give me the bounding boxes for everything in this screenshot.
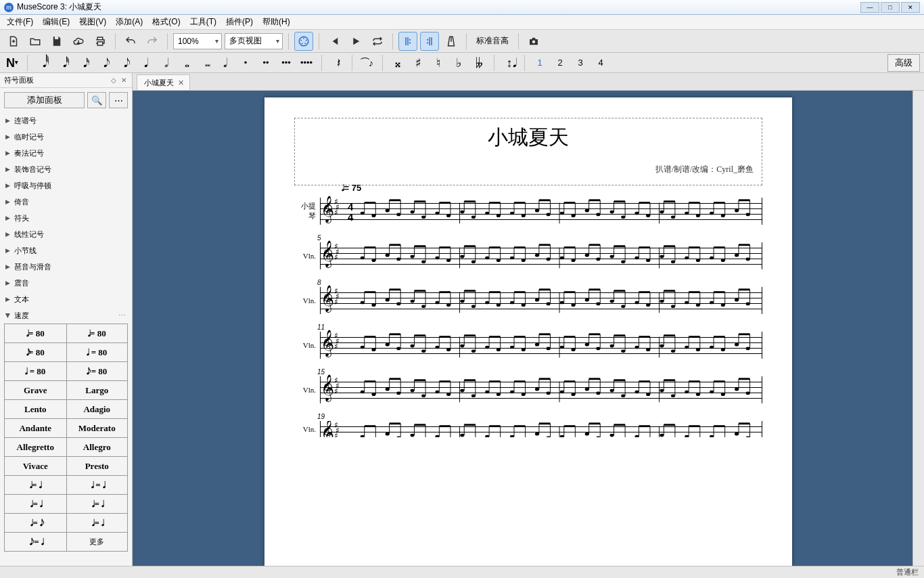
double-dot-button[interactable]: •• <box>258 55 274 71</box>
new-file-button[interactable] <box>4 32 23 51</box>
palette-item[interactable]: ▶符头 <box>0 210 132 226</box>
print-button[interactable] <box>91 32 110 51</box>
close-window-button[interactable]: ✕ <box>901 2 920 13</box>
rest-button[interactable]: 𝄽 <box>329 55 345 71</box>
score-title[interactable]: 小城夏天 <box>303 124 754 152</box>
palette-item[interactable]: ▶文本 <box>0 291 132 307</box>
staff-system[interactable]: Vln. 5 𝄞 ♯ ♯♯ <box>294 242 762 269</box>
repeat-in-button[interactable] <box>398 32 417 51</box>
triple-dot-button[interactable]: ••• <box>278 55 294 71</box>
tempo-cell[interactable]: 𝅘𝅥𝅮. = 80 <box>66 362 129 381</box>
palette-item[interactable]: ▶连谱号 <box>0 112 132 129</box>
rewind-button[interactable] <box>325 32 344 51</box>
advanced-button[interactable]: 高级 <box>887 54 920 72</box>
menu-format[interactable]: 格式(O) <box>148 15 184 29</box>
tempo-cell-more[interactable]: 更多 <box>66 533 129 552</box>
tempo-cell[interactable]: 𝅘𝅥 = 𝅘𝅥 <box>66 514 129 533</box>
metronome-button[interactable] <box>442 32 461 51</box>
palette-undock-icon[interactable]: ◇ ✕ <box>111 76 128 84</box>
add-palette-button[interactable]: 添加面板 <box>4 92 85 108</box>
palette-more-button[interactable]: ⋯ <box>109 92 128 108</box>
double-flat-icon[interactable]: 𝄫 <box>471 55 487 71</box>
tempo-cell[interactable]: 𝅘𝅥𝅮. = 𝅘𝅥 <box>4 533 66 552</box>
score-subtitle[interactable]: 扒谱/制谱/改编：Cyril_磨鱼 <box>303 164 754 175</box>
minimize-button[interactable]: — <box>860 2 879 13</box>
menu-plugins[interactable]: 插件(P) <box>222 15 257 29</box>
tempo-cell[interactable]: Allegro <box>66 438 129 457</box>
note-breve[interactable]: 𝅜 <box>197 55 213 71</box>
undo-button[interactable] <box>121 32 140 51</box>
tempo-cell[interactable]: 𝅘𝅥 = 𝅘𝅥 <box>4 495 66 514</box>
tempo-cell[interactable]: 𝅘𝅥. = 80 <box>4 362 66 381</box>
palette-item[interactable]: ▶奏法记号 <box>0 145 132 161</box>
cloud-button[interactable] <box>69 32 88 51</box>
menu-edit[interactable]: 编辑(E) <box>39 15 74 29</box>
note-whole[interactable]: 𝅝 <box>177 55 193 71</box>
natural-icon[interactable]: ♮ <box>430 55 446 71</box>
menu-view[interactable]: 视图(V) <box>75 15 110 29</box>
palette-item-tempo[interactable]: ▶速度⋯ <box>0 307 132 324</box>
voice-4[interactable]: 4 <box>593 55 609 71</box>
note-quarter[interactable]: 𝅘𝅥 <box>136 55 152 71</box>
flip-stem-button[interactable]: ↕𝅘𝅥 <box>501 55 517 71</box>
tempo-cell[interactable]: Moderato <box>66 419 129 438</box>
tempo-cell[interactable]: Presto <box>66 457 129 476</box>
menu-file[interactable]: 文件(F) <box>3 15 37 29</box>
tempo-cell[interactable]: Andante <box>4 419 66 438</box>
tempo-cell[interactable]: 𝅗𝅥. = 80 <box>66 343 129 362</box>
redo-button[interactable] <box>143 32 162 51</box>
title-frame[interactable]: 小城夏天 扒谱/制谱/改编：Cyril_磨鱼 <box>294 118 762 185</box>
score-canvas[interactable]: 小城夏天 扒谱/制谱/改编：Cyril_磨鱼 小提琴 𝅘𝅥 = 75 𝄞 ♯ ♯… <box>133 91 924 566</box>
palette-item[interactable]: ▶临时记号 <box>0 129 132 145</box>
tempo-cell[interactable]: Allegretto <box>4 438 66 457</box>
note-8th[interactable]: 𝅘𝅥𝅮 <box>95 55 112 71</box>
staff-system[interactable]: Vln. 15 𝄞 ♯ ♯♯ <box>294 376 762 403</box>
note-32nd[interactable]: 𝅘𝅥𝅰 <box>55 55 71 71</box>
menu-help[interactable]: 帮助(H) <box>258 15 294 29</box>
staff-system[interactable]: Vln. 8 𝄞 ♯ ♯♯ <box>294 287 762 314</box>
voice-3[interactable]: 3 <box>572 55 588 71</box>
tempo-cell[interactable]: 𝅘𝅥 = 80 <box>66 324 129 343</box>
tempo-cell[interactable]: Vivace <box>4 457 66 476</box>
voice-2[interactable]: 2 <box>552 55 568 71</box>
tempo-mark[interactable]: 𝅘𝅥 = 75 <box>342 183 361 194</box>
palette-item[interactable]: ▶倚音 <box>0 194 132 210</box>
voice-1[interactable]: 1 <box>532 55 548 71</box>
staff-system[interactable]: Vln. 19 𝄞 ♯ ♯♯ <box>294 421 762 437</box>
menu-tools[interactable]: 工具(T) <box>186 15 221 29</box>
palette-item[interactable]: ▶震音 <box>0 275 132 291</box>
loop-button[interactable] <box>368 32 387 51</box>
tempo-cell[interactable]: 𝅘𝅥 = 𝅘𝅥 <box>66 495 129 514</box>
tempo-cell[interactable]: Grave <box>4 381 66 400</box>
palette-item[interactable]: ▶琶音与滑音 <box>0 259 132 275</box>
tie-button[interactable]: ⁀♪ <box>359 55 375 71</box>
save-button[interactable] <box>47 32 66 51</box>
double-sharp-icon[interactable]: 𝄪 <box>390 55 406 71</box>
repeat-out-button[interactable] <box>420 32 439 51</box>
palette-item[interactable]: ▶呼吸与停顿 <box>0 177 132 194</box>
tempo-cell[interactable]: 𝅗𝅥 = 80 <box>4 324 66 343</box>
maximize-button[interactable]: □ <box>881 2 900 13</box>
camera-button[interactable] <box>524 32 543 51</box>
palette-item[interactable]: ▶线性记号 <box>0 226 132 242</box>
open-file-button[interactable] <box>26 32 45 51</box>
tempo-cell[interactable]: 𝅘𝅥 = 𝅘𝅥. <box>4 476 66 495</box>
staff-system[interactable]: 小提琴 𝅘𝅥 = 75 𝄞 ♯ ♯♯ 44 <box>294 198 762 225</box>
note-8th-alt[interactable]: 𝅘𝅥𝅮 <box>116 55 132 71</box>
palette-search-button[interactable]: 🔍 <box>87 92 106 108</box>
tempo-cell[interactable]: Largo <box>66 381 129 400</box>
score-tab[interactable]: 小城夏天 ✕ <box>137 74 190 90</box>
note-dotted-half[interactable]: 𝅗𝅥. <box>217 55 233 71</box>
noteinput-mode-button[interactable]: N▾ <box>4 55 20 71</box>
zoom-combo[interactable]: 100% <box>173 33 222 49</box>
play-button[interactable] <box>346 32 365 51</box>
tempo-cell[interactable]: 𝅘𝅥𝅮 = 80 <box>4 343 66 362</box>
palette-item[interactable]: ▶小节线 <box>0 242 132 259</box>
note-half[interactable]: 𝅗𝅥 <box>156 55 172 71</box>
viewmode-combo[interactable]: 多页视图 <box>225 33 283 49</box>
flat-icon[interactable]: ♭ <box>451 55 467 71</box>
tempo-cell[interactable]: 𝅘𝅥. = 𝅘𝅥 <box>66 476 129 495</box>
tempo-cell[interactable]: Adagio <box>66 400 129 419</box>
dot-button[interactable]: • <box>237 55 254 71</box>
menu-add[interactable]: 添加(A) <box>112 15 147 29</box>
